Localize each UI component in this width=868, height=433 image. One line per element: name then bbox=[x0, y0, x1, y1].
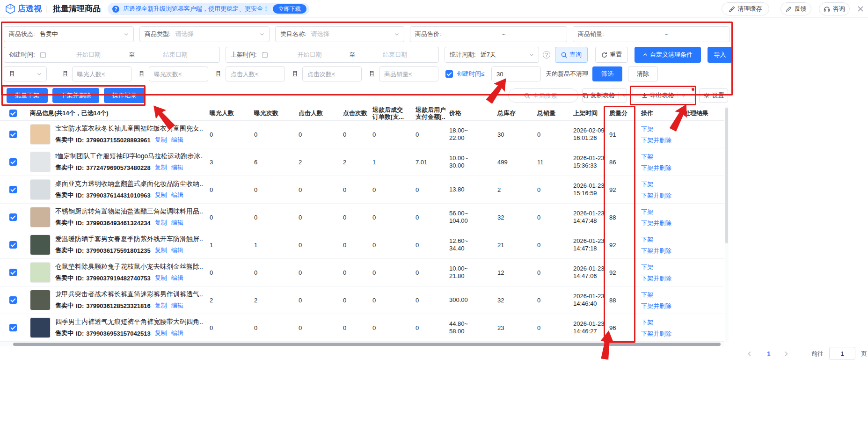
settings-button[interactable]: 设置 bbox=[699, 88, 728, 103]
clear-button[interactable]: 清除 bbox=[628, 66, 658, 81]
product-id: 3799036128523321816 bbox=[86, 302, 150, 309]
filter-sales-range[interactable]: 商品销量: ~ bbox=[573, 26, 730, 42]
row-checkbox[interactable] bbox=[9, 269, 17, 276]
copy-link[interactable]: 复制 bbox=[155, 274, 167, 282]
offshelf-delete-link[interactable]: 下架并删除 bbox=[641, 275, 678, 282]
next-page-button[interactable] bbox=[780, 348, 792, 360]
offshelf-link[interactable]: 下架 bbox=[641, 319, 678, 326]
offshelf-link[interactable]: 下架 bbox=[641, 125, 678, 132]
custom-clean-condition-button[interactable]: 自定义清理条件 bbox=[635, 47, 701, 63]
filter-shelf-time[interactable]: 上架时间: 开始日期 至 结束日期 bbox=[226, 47, 439, 63]
product-sales-input[interactable] bbox=[379, 66, 438, 81]
edit-link[interactable]: 编辑 bbox=[171, 329, 183, 338]
prev-page-button[interactable] bbox=[744, 348, 755, 360]
row-checkbox[interactable] bbox=[9, 213, 17, 221]
offshelf-link[interactable]: 下架 bbox=[641, 153, 678, 160]
offshelf-delete-link[interactable]: 下架并删除 bbox=[641, 164, 678, 171]
edit-link[interactable]: 编辑 bbox=[171, 219, 183, 227]
copy-table-button[interactable]: 复制表格 bbox=[582, 88, 627, 103]
row-checkbox[interactable] bbox=[9, 158, 17, 166]
quality-score: 88 bbox=[605, 297, 637, 304]
reset-button[interactable]: 重置 bbox=[595, 47, 628, 63]
filter-product-type[interactable]: 商品类型: 请选择 bbox=[139, 26, 270, 42]
exposure-people-input[interactable] bbox=[72, 66, 131, 81]
offshelf-delete-link[interactable]: 下架并删除 bbox=[641, 192, 678, 199]
consult-button[interactable]: 咨询 bbox=[819, 2, 850, 15]
filter-product-status[interactable]: 商品状态: 售卖中 bbox=[4, 26, 134, 42]
offshelf-link[interactable]: 下架 bbox=[641, 181, 678, 188]
table-horizontal-scrollbar[interactable] bbox=[0, 342, 724, 346]
row-checkbox[interactable] bbox=[9, 186, 17, 193]
search-input[interactable] bbox=[533, 92, 563, 99]
filter-button[interactable]: 筛选 bbox=[592, 66, 622, 81]
logic-and-select[interactable]: 且 bbox=[4, 66, 47, 81]
page-unit-label: 页 bbox=[861, 347, 867, 360]
offshelf-delete-link[interactable]: 下架并删除 bbox=[641, 137, 678, 144]
batch-offshelf-button[interactable]: 批量下架 bbox=[7, 88, 48, 103]
copy-link[interactable]: 复制 bbox=[155, 301, 167, 310]
copy-link[interactable]: 复制 bbox=[155, 191, 167, 199]
offshelf-delete-link[interactable]: 下架并删除 bbox=[641, 330, 678, 337]
click-people-input[interactable] bbox=[226, 66, 285, 81]
app-logo[interactable]: 店透视 bbox=[18, 0, 42, 18]
row-checkbox[interactable] bbox=[9, 241, 17, 249]
product-image bbox=[30, 207, 51, 228]
feedback-button[interactable]: 反馈 bbox=[780, 2, 811, 15]
newitem-checkbox[interactable] bbox=[445, 70, 453, 78]
newitem-label: 创建时间≤ bbox=[457, 66, 484, 81]
edit-link[interactable]: 编辑 bbox=[171, 301, 183, 310]
offshelf-delete-button[interactable]: 下架并删除 bbox=[52, 88, 99, 103]
cell-refund-amount: 0 bbox=[412, 324, 445, 331]
copy-link[interactable]: 复制 bbox=[155, 163, 167, 172]
close-icon[interactable] bbox=[857, 6, 864, 14]
help-icon[interactable]: ? bbox=[543, 51, 550, 59]
edit-link[interactable]: 编辑 bbox=[171, 191, 183, 199]
offshelf-delete-link[interactable]: 下架并删除 bbox=[641, 247, 678, 254]
copy-link[interactable]: 复制 bbox=[155, 219, 167, 227]
cell-actions: 下架 下架并删除 bbox=[637, 319, 680, 337]
clear-cache-button[interactable]: 清理缓存 bbox=[722, 2, 769, 15]
filter-category-name[interactable]: 类目名称: 请选择 bbox=[275, 26, 404, 42]
cell-exposure-people: 0 bbox=[206, 186, 250, 193]
download-now-button[interactable]: 立即下载 bbox=[273, 4, 306, 14]
offshelf-link[interactable]: 下架 bbox=[641, 236, 678, 243]
import-button[interactable]: 导入 bbox=[708, 47, 732, 63]
vertical-scroll-thumb[interactable] bbox=[725, 108, 728, 243]
row-checkbox[interactable] bbox=[9, 324, 17, 331]
operation-log-button[interactable]: 操作记录 bbox=[104, 88, 145, 103]
global-search[interactable] bbox=[508, 88, 578, 103]
edit-link[interactable]: 编辑 bbox=[171, 163, 183, 172]
filter-create-time[interactable]: 创建时间: 开始日期 至 结束日期 bbox=[4, 47, 220, 63]
export-table-button[interactable]: 导出表格 bbox=[633, 88, 694, 103]
offshelf-link[interactable]: 下架 bbox=[641, 208, 678, 215]
product-status: 售卖中 bbox=[55, 136, 73, 144]
offshelf-delete-link[interactable]: 下架并删除 bbox=[641, 302, 678, 309]
horizontal-scroll-thumb[interactable] bbox=[13, 343, 721, 346]
click-views-input[interactable] bbox=[302, 66, 362, 81]
edit-link[interactable]: 编辑 bbox=[171, 246, 183, 255]
newitem-days-input[interactable] bbox=[491, 66, 541, 81]
copy-link[interactable]: 复制 bbox=[155, 246, 167, 255]
row-checkbox[interactable] bbox=[9, 296, 17, 304]
copy-link[interactable]: 复制 bbox=[155, 136, 167, 144]
offshelf-delete-link[interactable]: 下架并删除 bbox=[641, 220, 678, 227]
filter-price-range[interactable]: 商品售价: ~ bbox=[410, 26, 567, 42]
goto-page-input[interactable] bbox=[829, 347, 855, 360]
query-button[interactable]: 查询 bbox=[555, 47, 588, 63]
cell-refund-amount: 0 bbox=[412, 131, 445, 138]
cell-click-views: 0 bbox=[339, 242, 369, 249]
filter-stat-period[interactable]: 统计周期: 近7天 bbox=[445, 47, 539, 63]
select-all-checkbox[interactable] bbox=[9, 110, 17, 117]
cell-refund-orders: 0 bbox=[369, 242, 412, 249]
exposure-views-input[interactable] bbox=[149, 66, 208, 81]
cell-refund-amount: 0 bbox=[412, 297, 445, 304]
page-number-current[interactable]: 1 bbox=[763, 348, 775, 360]
offshelf-link[interactable]: 下架 bbox=[641, 291, 678, 298]
row-checkbox[interactable] bbox=[9, 131, 17, 138]
edit-link[interactable]: 编辑 bbox=[171, 136, 183, 144]
offshelf-link[interactable]: 下架 bbox=[641, 264, 678, 271]
table-vertical-scrollbar[interactable] bbox=[725, 106, 729, 342]
edit-link[interactable]: 编辑 bbox=[171, 274, 183, 282]
col-header-result: 处理结果 bbox=[680, 109, 724, 117]
copy-link[interactable]: 复制 bbox=[155, 329, 167, 338]
